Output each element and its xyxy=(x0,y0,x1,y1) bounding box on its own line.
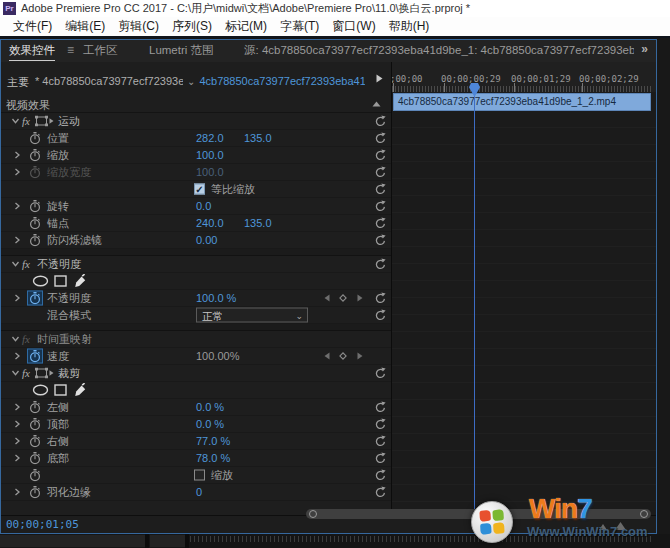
timeline-navigator-scrollbar[interactable] xyxy=(306,509,651,519)
param-value[interactable]: 0 xyxy=(196,486,242,498)
tab-lumetri-scopes[interactable]: Lumetri 范围 xyxy=(149,43,214,58)
tab-overflow-icon[interactable]: » xyxy=(641,42,648,56)
keyframe-next-icon[interactable] xyxy=(357,294,363,302)
mask-rect-icon[interactable] xyxy=(54,384,67,396)
reset-param-icon[interactable] xyxy=(374,435,387,448)
param-value[interactable]: 100.0 xyxy=(196,149,242,161)
param-value[interactable]: 0.0 % xyxy=(196,418,242,430)
expand-param-icon[interactable] xyxy=(13,420,21,429)
expand-param-icon[interactable] xyxy=(13,437,21,446)
param-value[interactable]: 0.0 % xyxy=(196,401,242,413)
tab-source-monitor[interactable]: 源: 4cb78850ca73977ecf72393eba41d9be_1: 4… xyxy=(244,43,634,58)
mask-ellipse-icon[interactable] xyxy=(32,384,49,396)
param-value[interactable]: 135.0 xyxy=(244,217,290,229)
mask-rect-icon[interactable] xyxy=(54,275,67,287)
stopwatch-toggle-icon[interactable] xyxy=(29,401,41,414)
stopwatch-toggle-icon[interactable] xyxy=(29,418,41,431)
reset-param-icon[interactable] xyxy=(374,469,387,482)
menu-item-1[interactable]: 编辑(E) xyxy=(65,18,105,35)
stopwatch-toggle-icon[interactable] xyxy=(29,452,41,465)
stopwatch-toggle-icon[interactable] xyxy=(29,149,41,162)
reset-effect-icon[interactable] xyxy=(374,115,387,128)
menu-item-4[interactable]: 标记(M) xyxy=(225,18,267,35)
expand-param-icon[interactable] xyxy=(13,151,21,160)
param-value[interactable]: 240.0 xyxy=(196,217,242,229)
effects-mini-timeline[interactable]: ;00;0000;00;00;2900;00;01;2900;00;02;29 … xyxy=(391,62,656,516)
menu-item-2[interactable]: 剪辑(C) xyxy=(118,18,159,35)
stopwatch-toggle-icon[interactable] xyxy=(29,469,41,482)
timeline-clip[interactable]: 4cb78850ca73977ecf72393eba41d9be_1_2.mp4 xyxy=(393,93,651,111)
expand-param-icon[interactable] xyxy=(13,202,21,211)
twirl-open-icon[interactable] xyxy=(11,117,20,126)
menu-item-7[interactable]: 帮助(H) xyxy=(389,18,430,35)
timeline-ruler[interactable]: ;00;0000;00;00;2900;00;01;2900;00;02;29 xyxy=(392,62,656,92)
stopwatch-toggle-icon[interactable] xyxy=(29,486,41,499)
expand-param-icon[interactable] xyxy=(13,294,21,303)
navigator-right-knob[interactable] xyxy=(640,510,648,518)
mask-ellipse-icon[interactable] xyxy=(32,275,49,287)
expand-param-icon[interactable] xyxy=(13,454,21,463)
reset-param-icon[interactable] xyxy=(374,183,387,196)
zoom-out-mountain-icon[interactable] xyxy=(599,524,607,530)
play-clip-icon[interactable] xyxy=(376,74,383,83)
tab-workspaces[interactable]: 工作区 xyxy=(83,43,118,58)
stopwatch-toggle-icon[interactable] xyxy=(29,217,41,230)
reset-param-icon[interactable] xyxy=(374,200,387,213)
current-timecode[interactable]: 00;00;01;05 xyxy=(6,518,79,531)
param-value[interactable]: 100.0 % xyxy=(196,292,242,304)
param-value[interactable]: 135.0 xyxy=(244,132,290,144)
keyframe-add-icon[interactable] xyxy=(339,294,347,302)
stopwatch-toggle-icon[interactable] xyxy=(29,234,41,247)
navigator-left-knob[interactable] xyxy=(309,510,317,518)
param-value[interactable]: 100.00% xyxy=(196,350,242,362)
tab-effect-controls[interactable]: 效果控件 xyxy=(9,43,55,61)
reset-param-icon[interactable] xyxy=(374,401,387,414)
keyframe-prev-icon[interactable] xyxy=(324,352,330,360)
expand-param-icon[interactable] xyxy=(13,168,21,177)
fx-toggle-badge[interactable]: fx xyxy=(22,115,30,127)
keyframe-add-icon[interactable] xyxy=(339,352,347,360)
reset-param-icon[interactable] xyxy=(374,418,387,431)
expand-param-icon[interactable] xyxy=(13,236,21,245)
param-value[interactable]: 282.0 xyxy=(196,132,242,144)
reset-param-icon[interactable] xyxy=(374,132,387,145)
param-value[interactable]: 78.0 % xyxy=(196,452,242,464)
clip-selector-dropdown[interactable]: ⌄4cb78850ca73977ecf72393eba41d9... xyxy=(187,75,365,87)
twirl-open-icon[interactable] xyxy=(11,369,20,378)
zoom-in-mountain-icon[interactable] xyxy=(615,522,626,530)
twirl-open-icon[interactable] xyxy=(11,335,20,344)
expand-param-icon[interactable] xyxy=(13,488,21,497)
mask-pen-icon[interactable] xyxy=(73,383,88,397)
param-value[interactable]: 0.0 xyxy=(196,200,242,212)
reset-param-icon[interactable] xyxy=(374,486,387,499)
stopwatch-toggle-icon[interactable] xyxy=(27,291,43,306)
stopwatch-toggle-icon[interactable] xyxy=(29,435,41,448)
param-value[interactable]: 77.0 % xyxy=(196,435,242,447)
keyframe-prev-icon[interactable] xyxy=(324,294,330,302)
param-checkbox[interactable]: ✓ xyxy=(194,184,205,195)
reset-param-icon[interactable] xyxy=(374,309,387,322)
reset-param-icon[interactable] xyxy=(374,452,387,465)
reset-param-icon[interactable] xyxy=(374,292,387,305)
reset-param-icon[interactable] xyxy=(374,149,387,162)
twirl-open-icon[interactable] xyxy=(11,260,20,269)
reset-param-icon[interactable] xyxy=(374,217,387,230)
keyframe-next-icon[interactable] xyxy=(357,352,363,360)
param-checkbox[interactable] xyxy=(194,470,205,481)
reset-param-icon[interactable] xyxy=(374,166,387,179)
menu-item-5[interactable]: 字幕(T) xyxy=(280,18,319,35)
collapse-category-icon[interactable] xyxy=(372,101,381,107)
menu-item-3[interactable]: 序列(S) xyxy=(172,18,212,35)
stopwatch-toggle-icon[interactable] xyxy=(29,132,41,145)
expand-param-icon[interactable] xyxy=(13,352,21,361)
menu-item-0[interactable]: 文件(F) xyxy=(13,18,52,35)
video-effects-category[interactable]: 视频效果 xyxy=(1,96,391,113)
reset-effect-icon[interactable] xyxy=(374,367,387,380)
stopwatch-toggle-icon[interactable] xyxy=(29,166,41,179)
reset-effect-icon[interactable] xyxy=(374,258,387,271)
stopwatch-toggle-icon[interactable] xyxy=(29,200,41,213)
fx-toggle-badge[interactable]: fx xyxy=(22,367,30,379)
panel-menu-icon[interactable]: ≡ xyxy=(67,43,74,57)
param-value[interactable]: 0.00 xyxy=(196,234,242,246)
expand-param-icon[interactable] xyxy=(13,403,21,412)
